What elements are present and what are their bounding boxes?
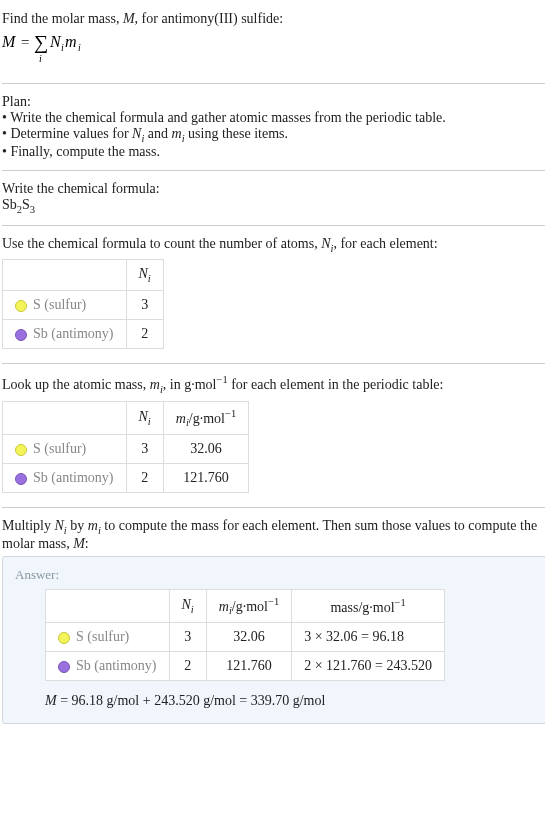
- sulfur-m: 32.06: [163, 435, 248, 464]
- Ni-symbol: Ni: [132, 126, 144, 141]
- answer-box: Answer: Ni mi/g·mol−1 mass/g·mol−1 S (su…: [2, 556, 545, 724]
- antimony-cell: Sb (antimony): [3, 320, 127, 349]
- table-header-row: Ni: [3, 260, 164, 291]
- plan-bullet-2: • Determine values for Ni and mi using t…: [2, 126, 545, 144]
- write-formula-section: Write the chemical formula: Sb2S3: [2, 175, 545, 221]
- intro-text-pre: Find the molar mass,: [2, 11, 123, 26]
- empty-header: [46, 589, 170, 622]
- answer-label: Answer:: [15, 567, 534, 583]
- table-row: Sb (antimony) 2: [3, 320, 164, 349]
- table-row: S (sulfur) 3 32.06: [3, 435, 249, 464]
- separator: [2, 170, 545, 171]
- answer-content: Ni mi/g·mol−1 mass/g·mol−1 S (sulfur) 3 …: [15, 589, 534, 709]
- sulfur-N: 3: [126, 291, 163, 320]
- mi-symbol: mi: [172, 126, 185, 141]
- multiply-section: Multiply Ni by mi to compute the mass fo…: [2, 512, 545, 730]
- Ni-header: Ni: [126, 401, 163, 434]
- sulfur-dot-icon: [58, 632, 70, 644]
- table-row: S (sulfur) 3 32.06 3 × 32.06 = 96.18: [46, 623, 445, 652]
- antimony-mass: 2 × 121.760 = 243.520: [292, 652, 445, 681]
- sulfur-cell: S (sulfur): [3, 291, 127, 320]
- svg-text:∑: ∑: [34, 31, 48, 54]
- antimony-N: 2: [126, 464, 163, 493]
- Ni-symbol: Ni: [55, 518, 67, 533]
- lookup-text: Look up the atomic mass, mi, in g·mol−1 …: [2, 374, 545, 394]
- separator: [2, 363, 545, 364]
- empty-header: [3, 260, 127, 291]
- atomic-mass-table: Ni mi/g·mol−1 S (sulfur) 3 32.06 Sb (ant…: [2, 401, 249, 493]
- sulfur-cell: S (sulfur): [3, 435, 127, 464]
- table-row: S (sulfur) 3: [3, 291, 164, 320]
- count-section: Use the chemical formula to count the nu…: [2, 230, 545, 360]
- svg-text:M: M: [2, 33, 17, 50]
- final-molar-mass: M = 96.18 g/mol + 243.520 g/mol = 339.70…: [45, 693, 534, 709]
- mi-symbol: mi: [150, 377, 163, 392]
- antimony-cell: Sb (antimony): [3, 464, 127, 493]
- lookup-section: Look up the atomic mass, mi, in g·mol−1 …: [2, 368, 545, 503]
- separator: [2, 83, 545, 84]
- intro-M: M: [123, 11, 135, 26]
- plan-bullet-1: • Write the chemical formula and gather …: [2, 110, 545, 126]
- table-header-row: Ni mi/g·mol−1 mass/g·mol−1: [46, 589, 445, 622]
- antimony-m: 121.760: [206, 652, 291, 681]
- mi-header: mi/g·mol−1: [163, 401, 248, 434]
- mass-header: mass/g·mol−1: [292, 589, 445, 622]
- antimony-dot-icon: [15, 473, 27, 485]
- antimony-N: 2: [169, 652, 206, 681]
- intro-line: Find the molar mass, M, for antimony(III…: [2, 11, 545, 27]
- svg-text:=: =: [20, 34, 30, 50]
- count-text: Use the chemical formula to count the nu…: [2, 236, 545, 254]
- formula-svg: M = ∑ i N i m i: [2, 29, 92, 63]
- table-row: Sb (antimony) 2 121.760: [3, 464, 249, 493]
- mi-symbol: mi: [88, 518, 101, 533]
- antimony-cell: Sb (antimony): [46, 652, 170, 681]
- molar-mass-formula: M = ∑ i N i m i: [2, 29, 545, 67]
- Ni-header: Ni: [169, 589, 206, 622]
- antimony-N: 2: [126, 320, 163, 349]
- empty-header: [3, 401, 127, 434]
- plan-title: Plan:: [2, 94, 545, 110]
- sulfur-dot-icon: [15, 300, 27, 312]
- svg-text:m: m: [65, 33, 77, 50]
- answer-table: Ni mi/g·mol−1 mass/g·mol−1 S (sulfur) 3 …: [45, 589, 445, 681]
- svg-text:i: i: [39, 53, 42, 63]
- plan-section: Plan: • Write the chemical formula and g…: [2, 88, 545, 166]
- M-symbol: M: [73, 536, 85, 551]
- write-formula-title: Write the chemical formula:: [2, 181, 545, 197]
- sulfur-m: 32.06: [206, 623, 291, 652]
- separator: [2, 507, 545, 508]
- intro-section: Find the molar mass, M, for antimony(III…: [2, 5, 545, 79]
- mi-header: mi/g·mol−1: [206, 589, 291, 622]
- svg-text:i: i: [78, 42, 81, 53]
- sulfur-dot-icon: [15, 444, 27, 456]
- intro-text-post: , for antimony(III) sulfide:: [135, 11, 284, 26]
- atom-count-table: Ni S (sulfur) 3 Sb (antimony) 2: [2, 259, 164, 349]
- Ni-header: Ni: [126, 260, 163, 291]
- sulfur-cell: S (sulfur): [46, 623, 170, 652]
- antimony-dot-icon: [58, 661, 70, 673]
- antimony-dot-icon: [15, 329, 27, 341]
- multiply-text: Multiply Ni by mi to compute the mass fo…: [2, 518, 545, 552]
- sulfur-mass: 3 × 32.06 = 96.18: [292, 623, 445, 652]
- sulfur-N: 3: [169, 623, 206, 652]
- sulfur-N: 3: [126, 435, 163, 464]
- antimony-m: 121.760: [163, 464, 248, 493]
- separator: [2, 225, 545, 226]
- chemical-formula: Sb2S3: [2, 197, 545, 215]
- svg-text:i: i: [61, 42, 64, 53]
- table-header-row: Ni mi/g·mol−1: [3, 401, 249, 434]
- plan-bullet-3: • Finally, compute the mass.: [2, 144, 545, 160]
- Ni-symbol: Ni: [321, 236, 333, 251]
- table-row: Sb (antimony) 2 121.760 2 × 121.760 = 24…: [46, 652, 445, 681]
